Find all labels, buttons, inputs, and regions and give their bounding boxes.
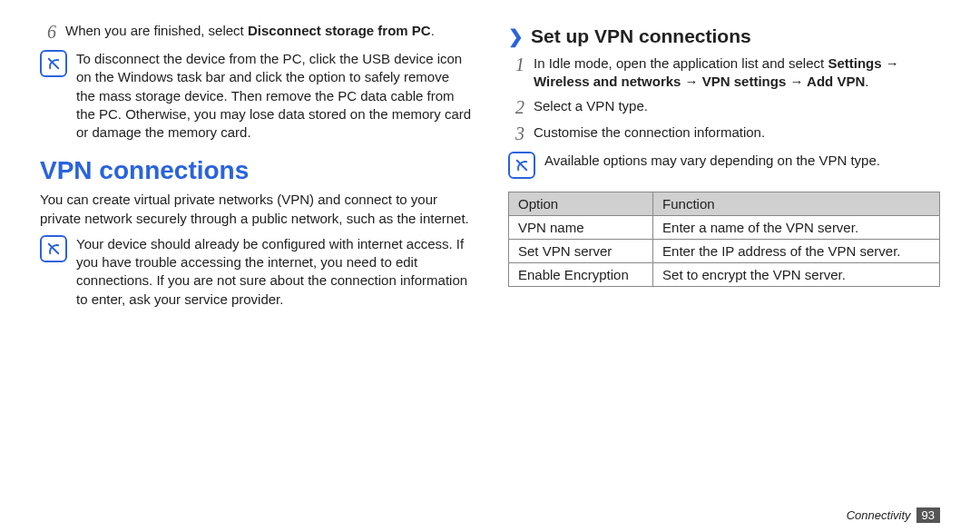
step-number: 6 <box>40 22 56 43</box>
cell-option: Enable Encryption <box>509 262 653 286</box>
subhead-text: Set up VPN connections <box>531 25 751 47</box>
subheading-setup-vpn: ❯ Set up VPN connections <box>508 25 940 47</box>
heading-vpn-connections: VPN connections <box>40 156 472 185</box>
step-text: Customise the connection information. <box>534 123 765 144</box>
step-6: 6 When you are finished, select Disconne… <box>40 22 472 43</box>
step6-bold: Disconnect storage from PC <box>248 23 431 38</box>
table-row: Set VPN server Enter the IP address of t… <box>509 239 940 262</box>
step-text: In Idle mode, open the application list … <box>534 54 940 92</box>
left-column: 6 When you are finished, select Disconne… <box>40 22 472 523</box>
table-row: Enable Encryption Set to encrypt the VPN… <box>509 262 940 286</box>
step6-b: . <box>431 23 435 38</box>
step-number: 3 <box>508 123 524 144</box>
page-footer: Connectivity 93 <box>847 507 940 523</box>
cell-option: VPN name <box>509 215 653 239</box>
cell-function: Set to encrypt the VPN server. <box>653 262 940 286</box>
step-text: When you are finished, select Disconnect… <box>65 22 435 43</box>
note-icon <box>508 152 535 179</box>
note-text: To disconnect the device from the PC, cl… <box>76 50 472 142</box>
step-number: 2 <box>508 97 524 118</box>
cell-function: Enter the IP address of the VPN server. <box>653 239 940 262</box>
step-text: Select a VPN type. <box>534 97 648 118</box>
footer-section: Connectivity <box>847 508 911 522</box>
note-options-vary: Available options may vary depending on … <box>508 152 940 179</box>
cell-function: Enter a name of the VPN server. <box>653 215 940 239</box>
note-icon <box>40 235 67 262</box>
vpn-intro: You can create virtual private networks … <box>40 191 472 228</box>
right-column: ❯ Set up VPN connections 1 In Idle mode,… <box>508 22 940 523</box>
note-text: Available options may vary depending on … <box>544 152 880 179</box>
note-disconnect: To disconnect the device from the PC, cl… <box>40 50 472 142</box>
table-row: VPN name Enter a name of the VPN server. <box>509 215 940 239</box>
step-number: 1 <box>508 54 524 92</box>
step-3: 3 Customise the connection information. <box>508 123 940 144</box>
footer-page-number: 93 <box>916 507 940 523</box>
cell-option: Set VPN server <box>509 239 653 262</box>
table-header-row: Option Function <box>509 192 940 215</box>
chevron-right-icon: ❯ <box>508 27 524 45</box>
step1-a: In Idle mode, open the application list … <box>534 55 828 71</box>
col-function: Function <box>653 192 940 215</box>
step-2: 2 Select a VPN type. <box>508 97 940 118</box>
step1-b: . <box>865 74 868 89</box>
page: 6 When you are finished, select Disconne… <box>0 0 980 532</box>
note-icon <box>40 50 67 77</box>
note-text: Your device should already be configured… <box>76 235 472 309</box>
col-option: Option <box>509 192 653 215</box>
step-1: 1 In Idle mode, open the application lis… <box>508 54 940 92</box>
vpn-options-table: Option Function VPN name Enter a name of… <box>508 192 940 287</box>
step6-a: When you are finished, select <box>65 23 248 38</box>
note-internet-access: Your device should already be configured… <box>40 235 472 309</box>
